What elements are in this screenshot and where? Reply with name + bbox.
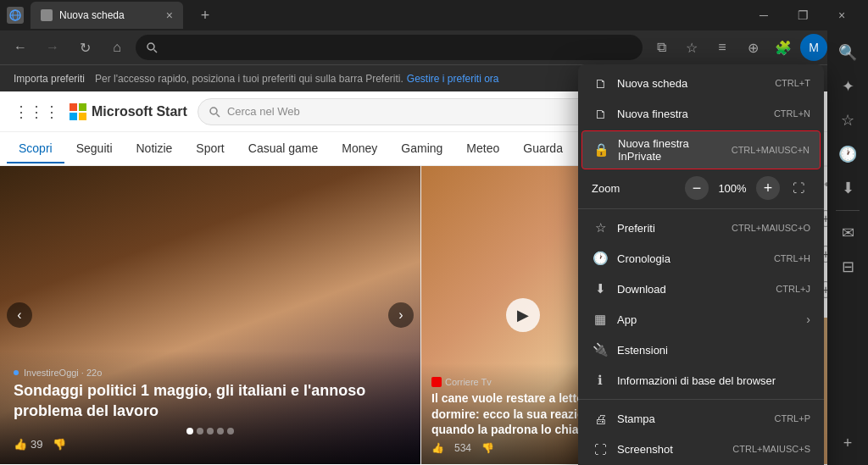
window-controls: ─ ❐ × [744,0,861,30]
sidebar-search[interactable]: 🔍 [832,37,863,68]
menu-new-tab-shortcut: CTRL+T [775,78,810,88]
minimize-button[interactable]: ─ [744,0,783,30]
tab-meteo[interactable]: Meteo [454,135,511,163]
news-main-actions: 👍 39 👎 [14,438,407,451]
tab-money[interactable]: Money [330,135,389,163]
sidebar-favorites[interactable]: ☆ [832,105,863,136]
sidebar-downloads[interactable]: ⬇ [832,173,863,203]
ms-search-placeholder: Cerca nel Web [227,105,300,118]
reload-button[interactable]: ↻ [71,34,98,61]
browser-icon [7,7,24,24]
dot-5[interactable] [227,428,234,435]
news-source-text: InvestireOggi · 22o [24,368,102,378]
sidebar-edge-bar[interactable]: ⊟ [832,252,863,282]
menu-downloads[interactable]: ⬇ Download CTRL+J [578,274,824,304]
menu-favorites[interactable]: ☆ Preferiti CTRL+MAIUSC+O [578,213,824,243]
zoom-expand-button[interactable]: ⛶ [787,176,810,200]
menu-screenshot-label: Screenshot [617,443,724,456]
tab-guarda[interactable]: Guarda [511,135,575,163]
new-tab-button[interactable]: + [193,3,217,27]
zoom-label: Zoom [592,182,678,195]
menu-favorites-shortcut: CTRL+MAIUSC+O [732,223,810,233]
forward-button[interactable]: → [39,34,66,61]
tab-scopri[interactable]: Scopri [7,135,64,163]
profile-icon[interactable]: M [800,34,827,61]
news-dislike-button[interactable]: 👎 [53,438,66,451]
secondary-dislike-icon[interactable]: 👎 [481,442,494,454]
menu-history[interactable]: 🕐 Cronologia CTRL+H [578,243,824,274]
address-bar: ← → ↻ ⌂ ⧉ ☆ ≡ ⊕ 🧩 M ••• [0,30,868,64]
sidebar-add[interactable]: + [832,428,863,458]
favorites-link[interactable]: Gestire i preferiti ora [407,73,499,85]
ms-search-icon [209,106,220,118]
tab-gaming[interactable]: Gaming [389,135,454,163]
menu-browser-info[interactable]: ℹ Informazioni di base del browser [578,365,824,396]
svg-line-6 [216,113,220,117]
menu-extensions[interactable]: 🔌 Estensioni [578,335,824,365]
svg-point-3 [147,43,154,50]
back-button[interactable]: ← [7,34,34,61]
menu-new-window-label: Nuova finestra [617,108,765,120]
menu-new-window[interactable]: 🗋 Nuova finestra CTRL+N [578,98,824,129]
apps-menu-icon: ▦ [592,311,609,328]
secondary-like-icon[interactable]: 👍 [431,442,444,454]
tab-title: Nuova scheda [59,9,125,21]
play-button[interactable]: ▶ [506,298,540,332]
menu-print[interactable]: 🖨 Stampa CTRL+P [578,403,824,434]
browser-sidebar: 🔍 ✦ ☆ 🕐 ⬇ ✉ ⊟ + [827,30,868,465]
home-button[interactable]: ⌂ [103,34,131,61]
source-dot [14,370,19,375]
news-main-title[interactable]: Sondaggi politici 1 maggio, gli italiani… [14,381,407,421]
news-prev-button[interactable]: ‹ [7,302,32,328]
tab-sport[interactable]: Sport [184,135,236,163]
copilot-icon[interactable]: ⊕ [739,34,766,61]
tab-close-button[interactable]: × [166,8,173,22]
address-input[interactable] [136,35,643,60]
menu-screenshot[interactable]: ⛶ Screenshot CTRL+MAIUSC+S [578,434,824,464]
extensions-icon[interactable]: 🧩 [770,34,797,61]
dot-4[interactable] [217,428,224,435]
ms-logo[interactable]: Microsoft Start [70,103,187,120]
tab-bar: Nuova scheda × + [7,2,217,29]
menu-history-label: Cronologia [617,252,765,265]
menu-zoom-row: Zoom − 100% + ⛶ [578,171,824,205]
dot-3[interactable] [207,428,214,435]
active-tab[interactable]: Nuova scheda × [31,2,183,29]
zoom-minus-button[interactable]: − [685,176,709,200]
sidebar-outlook[interactable]: ✉ [832,218,863,248]
dot-1[interactable] [186,428,193,435]
tab-seguiti[interactable]: Seguiti [64,135,125,163]
history-menu-icon: 🕐 [592,250,609,267]
read-mode-icon[interactable]: ≡ [709,34,736,61]
zoom-value: 100% [715,182,749,195]
maximize-button[interactable]: ❐ [783,0,822,30]
menu-new-tab[interactable]: 🗋 Nuova scheda CTRL+T [578,68,824,98]
menu-inprivate[interactable]: 🔒 Nuova finestra InPrivate CTRL+MAIUSC+N [581,130,821,169]
news-next-button[interactable]: › [388,302,414,328]
favorites-tip: Per l'accesso rapido, posiziona i tuoi p… [95,73,403,85]
menu-apps[interactable]: ▦ App › [578,304,824,335]
close-button[interactable]: × [822,0,861,30]
tab-favicon [41,9,53,21]
tab-notizie[interactable]: Notizie [125,135,185,163]
svg-point-5 [210,108,217,114]
zoom-plus-button[interactable]: + [756,176,780,200]
menu-print-label: Stampa [617,412,766,425]
title-bar: Nuova scheda × + ─ ❐ × [0,0,868,30]
ms-logo-icon [70,103,86,120]
dot-2[interactable] [197,428,203,435]
split-screen-icon[interactable]: ⧉ [648,34,675,61]
likes-count: 39 [31,438,42,451]
add-favorite-icon[interactable]: ☆ [678,34,705,61]
tab-casual-game[interactable]: Casual game [236,135,331,163]
news-like-button[interactable]: 👍 39 [14,438,42,451]
sidebar-copilot[interactable]: ✦ [832,71,863,102]
favorites-import[interactable]: Importa preferiti [7,71,92,86]
menu-extensions-label: Estensioni [617,344,810,357]
sidebar-history[interactable]: 🕐 [832,139,863,169]
apps-grid-icon[interactable]: ⋮⋮⋮ [14,102,59,121]
apps-arrow-icon: › [806,313,810,326]
favorites-menu-icon: ☆ [592,219,609,236]
profile-avatar: M [800,34,827,61]
secondary-likes-count: 534 [454,442,471,454]
